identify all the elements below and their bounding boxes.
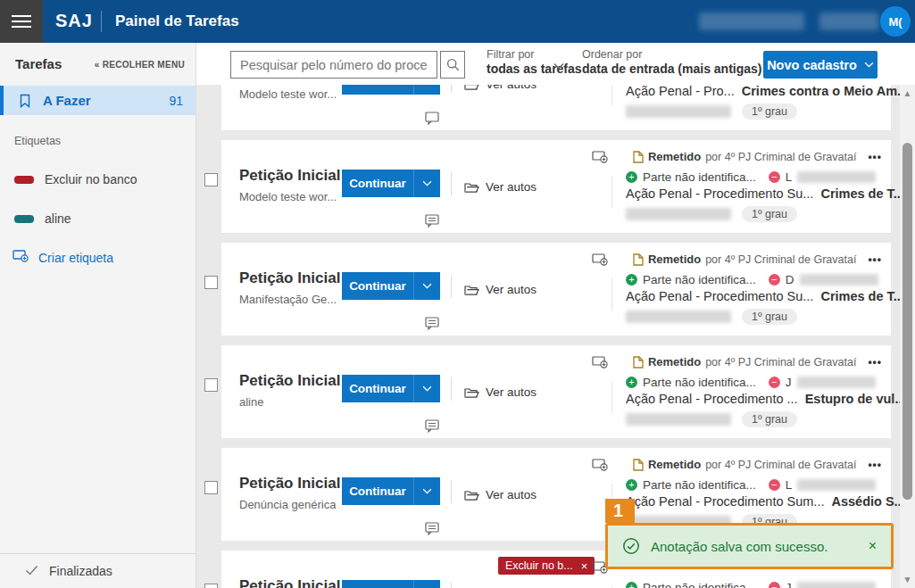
add-tag-icon[interactable] xyxy=(592,150,609,163)
continue-button-group: Continuar xyxy=(342,375,440,402)
sidebar-item-finalizadas[interactable]: Finalizadas xyxy=(0,553,195,588)
info-divider xyxy=(611,381,612,413)
ver-autos-link[interactable]: Ver autos xyxy=(464,283,537,296)
app-header: SAJ Painel de Tarefas M( xyxy=(0,0,915,43)
comment-icon[interactable] xyxy=(425,214,439,231)
task-checkbox[interactable] xyxy=(204,173,218,186)
status-label: Remetido xyxy=(648,458,701,471)
new-record-button[interactable]: Novo cadastro xyxy=(763,51,878,79)
scroll-up-icon[interactable]: ▲ xyxy=(900,88,915,98)
continue-button[interactable]: Continuar xyxy=(342,477,413,505)
card-menu-icon[interactable]: ••• xyxy=(868,253,882,266)
case-class: Ação Penal - Procedimento ... xyxy=(626,392,798,406)
card-menu-icon[interactable]: ••• xyxy=(868,151,882,163)
continue-button[interactable]: Continuar xyxy=(342,170,413,197)
info-divider xyxy=(611,85,612,105)
task-checkbox[interactable] xyxy=(204,276,218,289)
redacted-user-role xyxy=(819,12,878,30)
degree-badge: 1º grau xyxy=(742,104,797,120)
task-subtitle: Denúncia genérica xyxy=(239,498,336,511)
success-toast: Anotação salva com sucesso. × xyxy=(605,523,894,569)
parties-row: + Parte não identifica... − L xyxy=(626,170,876,184)
hamburger-menu-icon[interactable] xyxy=(0,0,43,43)
chevron-down-icon xyxy=(422,283,432,289)
comment-icon[interactable] xyxy=(425,317,439,334)
ver-autos-link[interactable]: Ver autos xyxy=(464,385,537,399)
vertical-divider xyxy=(451,480,452,503)
add-tag-icon[interactable] xyxy=(592,458,609,471)
search-button[interactable] xyxy=(440,51,465,79)
sidebar-item-a-fazer[interactable]: A Fazer 91 xyxy=(0,86,195,115)
task-card: Petição Inicial Modelo teste wor... Cont… xyxy=(221,140,891,233)
ver-autos-link[interactable]: Ver autos xyxy=(464,85,537,91)
status-label: Remetido xyxy=(648,355,701,369)
case-class-row: Ação Penal - Procedimento ... Estupro de… xyxy=(626,392,900,406)
continue-dropdown-button[interactable] xyxy=(413,85,440,95)
case-class: Ação Penal - Procedimento Su... xyxy=(626,186,813,201)
chevron-down-icon[interactable] xyxy=(553,57,564,73)
chip-remove-icon[interactable]: × xyxy=(581,559,588,573)
task-checkbox[interactable] xyxy=(204,378,218,392)
search-input[interactable] xyxy=(230,51,437,79)
continue-dropdown-button[interactable] xyxy=(413,272,440,300)
collapse-menu-button[interactable]: « RECOLHER MENU xyxy=(95,60,185,70)
scrollbar-thumb[interactable] xyxy=(903,143,912,500)
card-menu-icon[interactable]: ••• xyxy=(868,459,882,471)
task-subtitle: Modelo teste wor... xyxy=(239,87,337,101)
page-title: Painel de Tarefas xyxy=(115,12,239,30)
ver-autos-link[interactable]: Ver autos xyxy=(464,180,537,194)
toast-close-icon[interactable]: × xyxy=(869,538,877,554)
parties-row: + Parte não identifica... − D xyxy=(626,273,878,286)
sidebar-item-label: A Fazer xyxy=(43,93,91,108)
party-minus-icon: − xyxy=(769,582,780,588)
tag-chip[interactable]: Excluir no b... × xyxy=(498,557,595,575)
party-a: Parte não identifica... xyxy=(643,273,756,286)
comment-lines xyxy=(428,219,436,221)
task-checkbox[interactable] xyxy=(204,584,218,588)
continue-button[interactable]: Continuar xyxy=(342,85,413,95)
comment-icon[interactable] xyxy=(425,419,439,436)
redacted-case-number xyxy=(626,311,731,323)
chevron-down-icon xyxy=(422,180,432,186)
folder-open-icon xyxy=(464,85,479,91)
task-subtitle: Modelo teste wor... xyxy=(239,190,337,203)
continue-button[interactable]: Continuar xyxy=(342,272,413,300)
scroll-down-icon[interactable]: ▼ xyxy=(900,575,915,584)
case-number-row: 1º grau xyxy=(626,411,797,427)
add-tag-icon[interactable] xyxy=(592,253,609,266)
sidebar-title: Tarefas xyxy=(15,56,62,71)
continue-dropdown-button[interactable] xyxy=(413,580,440,588)
comment-icon[interactable] xyxy=(425,112,439,128)
continue-button[interactable]: Continuar xyxy=(342,375,413,402)
add-tag-icon[interactable] xyxy=(592,355,609,369)
tag-item-aline[interactable]: aline xyxy=(14,211,195,226)
party-a: Parte não identifica... xyxy=(643,170,756,184)
party-plus-icon: + xyxy=(626,377,637,388)
avatar[interactable]: M( xyxy=(880,6,911,37)
redacted-party-name xyxy=(797,377,876,388)
filter-dropdown[interactable]: Filtrar por todas as tarefas xyxy=(487,48,582,76)
continue-dropdown-button[interactable] xyxy=(413,477,440,505)
info-divider xyxy=(611,278,612,311)
sort-dropdown[interactable]: Ordenar por data de entrada (mais antiga… xyxy=(582,48,762,76)
scrollbar[interactable]: ▲ ▼ xyxy=(900,85,915,588)
folder-open-icon xyxy=(464,489,479,501)
status-origin: por 4º PJ Criminal de Gravataí xyxy=(705,356,856,369)
vertical-divider xyxy=(451,85,452,93)
ver-autos-link[interactable]: Ver autos xyxy=(464,488,537,501)
task-checkbox[interactable] xyxy=(204,481,218,494)
header-divider xyxy=(101,11,102,32)
continue-button[interactable]: Continuar xyxy=(342,580,413,588)
chevron-down-icon xyxy=(864,62,874,68)
continue-dropdown-button[interactable] xyxy=(413,170,440,197)
card-menu-icon[interactable]: ••• xyxy=(868,356,882,369)
continue-dropdown-button[interactable] xyxy=(413,375,440,402)
party-minus-icon: − xyxy=(769,377,780,388)
create-tag-button[interactable]: Criar etiqueta xyxy=(12,249,195,266)
task-subtitle: Manifestação Ge... xyxy=(239,293,337,306)
comment-icon[interactable] xyxy=(425,522,439,539)
tag-item-excluir-no-banco[interactable]: Excluir no banco xyxy=(14,172,195,186)
task-subtitle: aline xyxy=(239,395,263,409)
annotation-number-badge: 1 xyxy=(605,499,635,523)
redacted-party-name xyxy=(797,582,876,588)
